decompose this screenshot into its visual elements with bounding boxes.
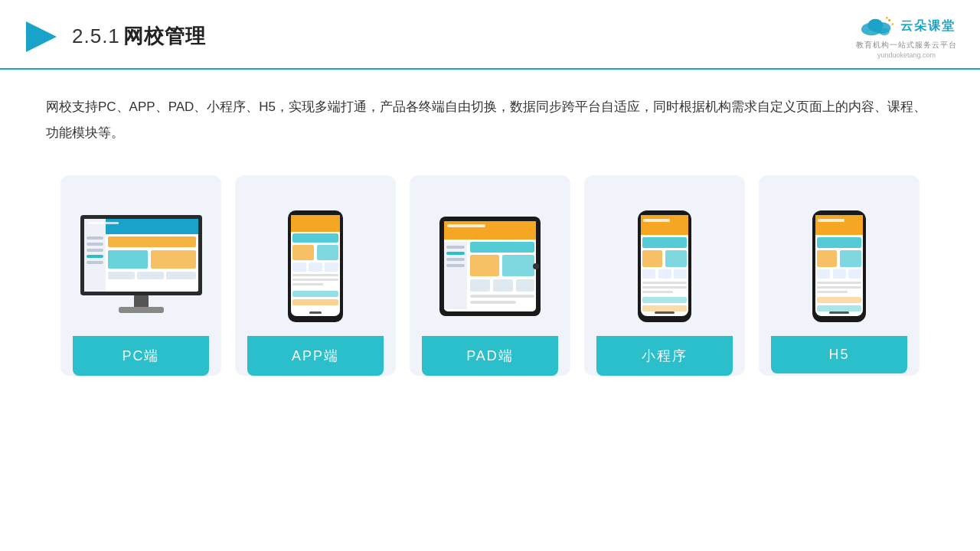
app-label: APP端 bbox=[247, 336, 384, 376]
svg-rect-67 bbox=[665, 250, 687, 267]
svg-rect-81 bbox=[818, 219, 844, 222]
svg-rect-84 bbox=[840, 250, 861, 267]
app-card: APP端 bbox=[235, 175, 396, 376]
svg-rect-57 bbox=[470, 295, 534, 298]
svg-point-6 bbox=[892, 23, 894, 25]
svg-rect-69 bbox=[658, 269, 671, 279]
svg-rect-53 bbox=[502, 255, 534, 276]
svg-rect-33 bbox=[292, 262, 306, 272]
svg-rect-14 bbox=[87, 249, 103, 252]
cards-section: PC端 bbox=[0, 154, 980, 376]
svg-point-59 bbox=[533, 263, 539, 269]
description-text: 网校支持PC、APP、PAD、小程序、H5，实现多端打通，产品各终端自由切换，数… bbox=[0, 70, 980, 154]
svg-rect-16 bbox=[87, 261, 103, 264]
svg-rect-73 bbox=[642, 291, 673, 293]
svg-rect-82 bbox=[817, 237, 861, 248]
cloud-icon bbox=[858, 14, 896, 38]
svg-rect-48 bbox=[446, 252, 465, 255]
play-icon bbox=[23, 18, 60, 55]
svg-rect-72 bbox=[642, 286, 687, 289]
svg-rect-45 bbox=[447, 224, 485, 227]
miniprogram-card: 小程序 bbox=[584, 175, 745, 376]
svg-rect-21 bbox=[137, 272, 164, 279]
svg-rect-15 bbox=[87, 255, 103, 258]
page-title: 2.5.1网校管理 bbox=[72, 23, 206, 50]
h5-label: H5 bbox=[771, 336, 907, 373]
svg-rect-87 bbox=[848, 269, 861, 279]
svg-rect-19 bbox=[151, 250, 196, 269]
svg-rect-86 bbox=[833, 269, 846, 279]
svg-rect-30 bbox=[292, 233, 338, 243]
svg-rect-36 bbox=[292, 274, 338, 276]
pc-label: PC端 bbox=[73, 336, 209, 376]
svg-rect-47 bbox=[446, 246, 465, 249]
svg-rect-54 bbox=[470, 279, 490, 292]
header-left: 2.5.1网校管理 bbox=[23, 18, 206, 55]
header: 2.5.1网校管理 云朵课堂 教育机构一站式服务云平台 yunduoketang… bbox=[0, 0, 980, 70]
svg-rect-41 bbox=[309, 311, 322, 314]
svg-rect-75 bbox=[642, 305, 687, 311]
svg-rect-68 bbox=[642, 269, 655, 279]
svg-rect-18 bbox=[108, 250, 148, 269]
pc-image bbox=[73, 194, 209, 324]
svg-rect-90 bbox=[817, 291, 848, 293]
svg-rect-23 bbox=[88, 222, 119, 224]
svg-rect-64 bbox=[643, 219, 670, 222]
svg-rect-29 bbox=[291, 215, 340, 232]
svg-point-7 bbox=[886, 17, 888, 19]
pad-card: PAD端 bbox=[410, 175, 570, 376]
svg-rect-85 bbox=[817, 269, 830, 279]
svg-rect-32 bbox=[317, 245, 338, 260]
svg-rect-89 bbox=[817, 286, 861, 289]
miniprogram-label: 小程序 bbox=[596, 336, 733, 376]
svg-rect-66 bbox=[642, 250, 662, 267]
svg-rect-12 bbox=[87, 236, 103, 240]
svg-rect-71 bbox=[642, 282, 687, 284]
logo-tagline: 教育机构一站式服务云平台 bbox=[856, 40, 957, 51]
svg-point-4 bbox=[879, 28, 889, 36]
svg-rect-49 bbox=[446, 258, 465, 261]
svg-rect-22 bbox=[166, 272, 196, 279]
svg-rect-31 bbox=[292, 245, 314, 260]
svg-rect-13 bbox=[87, 243, 103, 246]
pad-image bbox=[422, 194, 558, 324]
svg-rect-40 bbox=[292, 299, 338, 305]
svg-rect-38 bbox=[292, 283, 323, 285]
miniprogram-image bbox=[596, 194, 733, 324]
svg-rect-91 bbox=[817, 297, 861, 303]
svg-rect-58 bbox=[470, 301, 516, 304]
svg-rect-25 bbox=[119, 307, 164, 313]
svg-rect-17 bbox=[108, 236, 196, 247]
logo-cloud: 云朵课堂 bbox=[858, 14, 956, 38]
svg-rect-93 bbox=[829, 311, 849, 314]
svg-rect-50 bbox=[446, 264, 465, 267]
svg-rect-65 bbox=[642, 237, 687, 248]
svg-rect-39 bbox=[292, 291, 338, 297]
svg-rect-70 bbox=[674, 269, 687, 279]
svg-rect-20 bbox=[108, 272, 135, 279]
svg-point-5 bbox=[888, 19, 890, 21]
svg-rect-76 bbox=[655, 311, 675, 314]
h5-image bbox=[771, 194, 907, 324]
app-image bbox=[247, 194, 384, 324]
svg-rect-63 bbox=[641, 215, 688, 235]
svg-rect-74 bbox=[642, 297, 687, 303]
svg-rect-55 bbox=[493, 279, 513, 292]
svg-rect-51 bbox=[470, 242, 534, 253]
logo-url: yunduoketang.com bbox=[877, 51, 936, 59]
svg-rect-88 bbox=[817, 282, 861, 284]
pc-card: PC端 bbox=[60, 175, 221, 376]
svg-rect-35 bbox=[325, 262, 338, 272]
logo-text: 云朵课堂 bbox=[900, 18, 956, 34]
svg-marker-0 bbox=[26, 21, 57, 52]
logo-area: 云朵课堂 教育机构一站式服务云平台 yunduoketang.com bbox=[856, 14, 957, 59]
svg-rect-37 bbox=[292, 279, 338, 281]
pad-label: PAD端 bbox=[422, 336, 558, 376]
svg-rect-80 bbox=[815, 215, 863, 235]
svg-rect-92 bbox=[817, 305, 861, 311]
svg-rect-83 bbox=[817, 250, 837, 267]
h5-card: H5 bbox=[759, 175, 920, 376]
svg-rect-44 bbox=[444, 221, 536, 240]
svg-rect-56 bbox=[516, 279, 534, 292]
svg-rect-52 bbox=[470, 255, 499, 276]
